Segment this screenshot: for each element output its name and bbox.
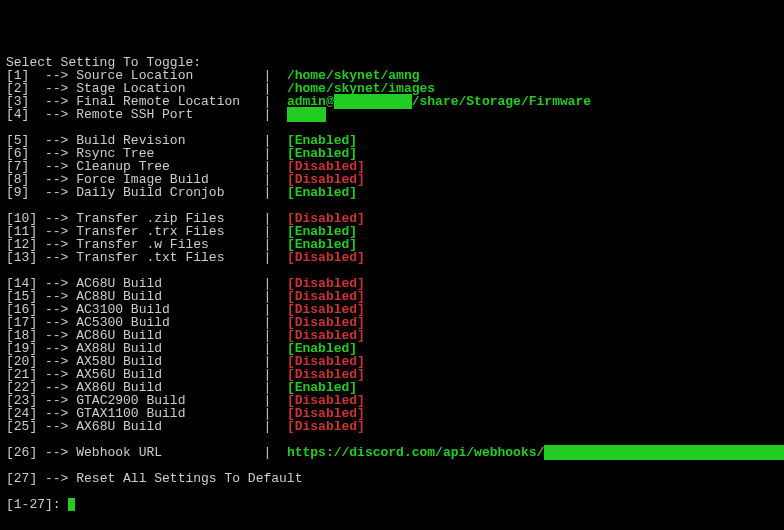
item-label: Reset All Settings To Default — [76, 471, 302, 486]
menu-item-25[interactable]: [25] --> AX68U Build | [Disabled] — [6, 420, 778, 433]
menu-item-4[interactable]: [4] --> Remote SSH Port | — [6, 108, 778, 121]
item-number: [13] — [6, 250, 45, 265]
item-label: Transfer .txt Files — [76, 250, 263, 265]
item-label: Remote SSH Port — [76, 107, 263, 122]
item-number: [25] — [6, 419, 45, 434]
item-value: /share/Storage/Firmware — [412, 94, 591, 109]
redacted-value — [334, 94, 412, 109]
menu-item-27[interactable]: [27] --> Reset All Settings To Default — [6, 472, 778, 485]
item-number: [4] — [6, 107, 45, 122]
arrow-icon: --> — [45, 445, 76, 460]
pipe-separator: | — [263, 185, 286, 200]
item-label: Daily Build Cronjob — [76, 185, 263, 200]
item-value: [Disabled] — [287, 250, 365, 265]
item-label: AX68U Build — [76, 419, 263, 434]
item-value: [Disabled] — [287, 419, 365, 434]
item-value: [Enabled] — [287, 185, 357, 200]
cursor-icon — [68, 498, 75, 511]
item-value: https://discord.com/api/webhooks/ — [287, 445, 544, 460]
item-number: [26] — [6, 445, 45, 460]
item-number: [9] — [6, 185, 45, 200]
menu-item-13[interactable]: [13] --> Transfer .txt Files | [Disabled… — [6, 251, 778, 264]
pipe-separator: | — [263, 107, 286, 122]
terminal-menu: Select Setting To Toggle:[1] --> Source … — [6, 56, 778, 511]
arrow-icon: --> — [45, 107, 76, 122]
item-label: Webhook URL — [76, 445, 263, 460]
arrow-icon: --> — [45, 250, 76, 265]
pipe-separator: | — [263, 445, 286, 460]
arrow-icon: --> — [45, 185, 76, 200]
menu-item-26[interactable]: [26] --> Webhook URL | https://discord.c… — [6, 446, 778, 459]
item-number: [27] — [6, 471, 45, 486]
redacted-value — [544, 445, 784, 460]
arrow-icon: --> — [45, 471, 76, 486]
prompt-line[interactable]: [1-27]: — [6, 498, 778, 511]
pipe-separator: | — [263, 419, 286, 434]
arrow-icon: --> — [45, 419, 76, 434]
prompt-text: [1-27]: — [6, 497, 68, 512]
pipe-separator: | — [263, 250, 286, 265]
menu-item-9[interactable]: [9] --> Daily Build Cronjob | [Enabled] — [6, 186, 778, 199]
redacted-value — [287, 107, 326, 122]
